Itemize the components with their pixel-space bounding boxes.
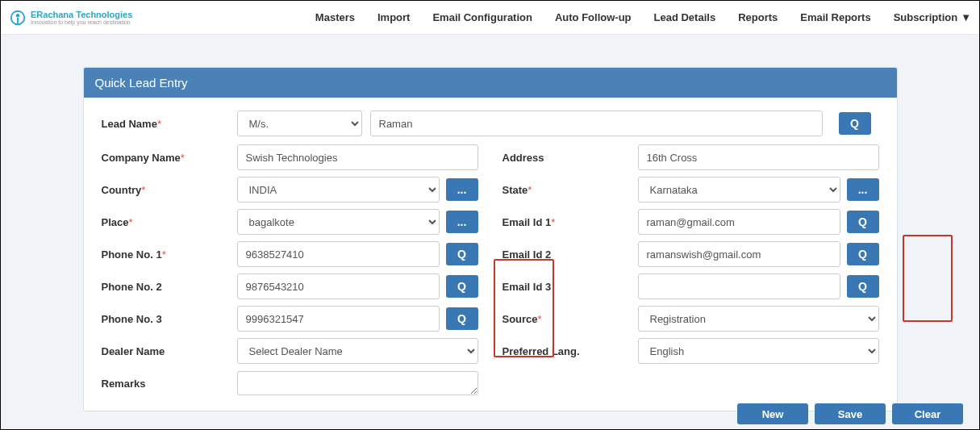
state-select[interactable]: Karnataka	[638, 177, 840, 202]
label-country: Country	[102, 184, 142, 196]
logo-icon	[9, 9, 27, 27]
required-mark: *	[181, 152, 185, 164]
label-preferred-lang: Preferred Lang.	[503, 345, 580, 357]
place-select[interactable]: bagalkote	[237, 209, 440, 235]
label-email2: Email Id 2	[503, 248, 552, 261]
nav-auto-followup[interactable]: Auto Follow-up	[555, 11, 632, 23]
lead-name-input[interactable]	[370, 111, 823, 136]
required-mark: *	[162, 248, 166, 261]
label-address: Address	[503, 152, 544, 164]
label-state: State	[503, 184, 528, 196]
nav-subscription[interactable]: Subscription▼	[894, 11, 971, 23]
required-mark: *	[551, 216, 555, 228]
logo-title: ERachana Technologies	[31, 10, 132, 19]
label-phone3: Phone No. 3	[102, 313, 162, 325]
nav-subscription-label: Subscription	[894, 11, 957, 23]
label-phone2: Phone No. 2	[102, 281, 162, 293]
label-phone1: Phone No. 1	[102, 248, 162, 261]
title-select[interactable]: M/s.	[237, 111, 362, 136]
phone3-input[interactable]	[237, 306, 440, 332]
nav-email-reports[interactable]: Email Reports	[800, 11, 870, 23]
remarks-textarea[interactable]	[237, 371, 478, 395]
main-nav: Masters Import Email Configuration Auto …	[315, 11, 971, 23]
required-mark: *	[141, 184, 145, 196]
required-mark: *	[538, 313, 542, 325]
label-email3: Email Id 3	[503, 281, 552, 293]
label-source: Source	[503, 313, 538, 325]
logo-tagline: Innovation to help you reach destination	[31, 19, 132, 25]
email3-input[interactable]	[638, 273, 840, 299]
brand-logo[interactable]: ERachana Technologies Innovation to help…	[9, 9, 132, 27]
dealer-select[interactable]: Select Dealer Name	[237, 338, 478, 364]
phone2-input[interactable]	[237, 273, 440, 299]
footer-actions: New Save Clear	[737, 403, 963, 424]
label-dealer: Dealer Name	[102, 345, 165, 357]
email2-q-button[interactable]: Q	[847, 243, 879, 265]
phone1-input[interactable]	[237, 241, 440, 267]
nav-masters[interactable]: Masters	[315, 11, 355, 23]
clear-button[interactable]: Clear	[892, 403, 963, 424]
lead-name-q-button[interactable]: Q	[839, 112, 871, 135]
email1-q-button[interactable]: Q	[847, 211, 879, 233]
phone1-q-button[interactable]: Q	[446, 243, 478, 265]
nav-email-configuration[interactable]: Email Configuration	[432, 11, 532, 23]
nav-reports[interactable]: Reports	[738, 11, 778, 23]
save-button[interactable]: Save	[815, 403, 886, 424]
phone2-q-button[interactable]: Q	[446, 275, 478, 298]
chevron-down-icon: ▼	[961, 11, 971, 23]
source-select[interactable]: Registration	[638, 306, 879, 332]
required-mark: *	[157, 118, 161, 130]
language-select[interactable]: English	[638, 338, 879, 364]
label-company-name: Company Name	[102, 152, 181, 164]
phone3-q-button[interactable]: Q	[446, 307, 478, 330]
address-input[interactable]	[638, 144, 879, 170]
new-button[interactable]: New	[737, 403, 808, 424]
label-remarks: Remarks	[102, 378, 146, 390]
highlight-email-q-buttons	[903, 235, 953, 322]
email1-input[interactable]	[638, 209, 840, 235]
state-more-button[interactable]: ...	[847, 178, 879, 201]
svg-point-1	[16, 13, 20, 17]
label-lead-name: Lead Name	[102, 118, 157, 130]
country-select[interactable]: INDIA	[237, 177, 440, 202]
place-more-button[interactable]: ...	[446, 211, 478, 233]
panel-title: Quick Lead Entry	[84, 68, 897, 98]
quick-lead-entry-panel: Quick Lead Entry Lead Name* M/s. Q Compa…	[83, 67, 898, 411]
nav-import[interactable]: Import	[377, 11, 410, 23]
top-navbar: ERachana Technologies Innovation to help…	[1, 1, 979, 35]
email3-q-button[interactable]: Q	[847, 275, 879, 298]
email2-input[interactable]	[638, 241, 840, 267]
label-place: Place	[102, 216, 129, 228]
label-email1: Email Id 1	[503, 216, 552, 228]
country-more-button[interactable]: ...	[446, 178, 478, 201]
required-mark: *	[128, 216, 132, 228]
required-mark: *	[528, 184, 532, 196]
nav-lead-details[interactable]: Lead Details	[654, 11, 716, 23]
company-name-input[interactable]	[237, 144, 478, 170]
